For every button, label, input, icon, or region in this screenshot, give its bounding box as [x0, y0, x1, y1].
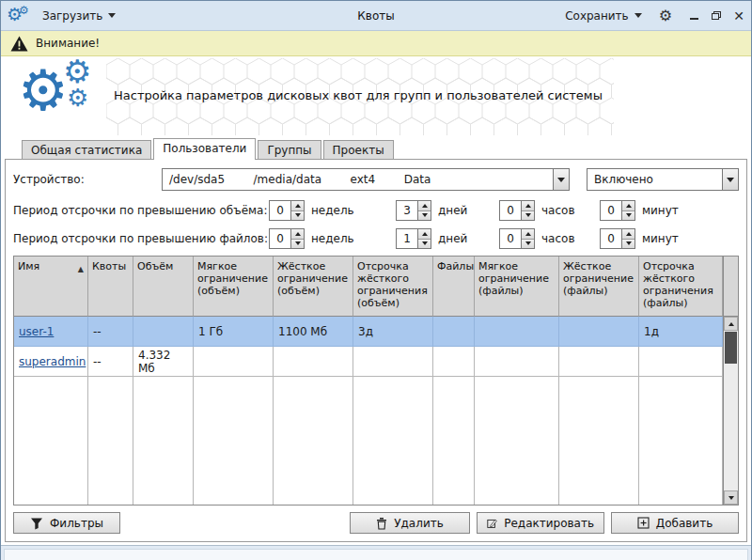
spinner-value[interactable]: 0 [601, 229, 621, 248]
spinner-down-button[interactable] [522, 240, 534, 249]
volume-weeks-spinner[interactable]: 0 [269, 200, 305, 221]
volume-days-spinner[interactable]: 3 [396, 200, 431, 221]
scrollbar-track[interactable] [724, 331, 738, 490]
spinner-down-button[interactable] [622, 211, 634, 221]
vertical-scrollbar[interactable] [723, 257, 738, 505]
column-header[interactable]: Объём [133, 257, 194, 317]
table-cell[interactable] [433, 347, 475, 377]
spinner-up-button[interactable] [622, 229, 634, 240]
column-header[interactable]: Отсрочка жёсткого ограничения (объём) [353, 257, 433, 317]
tab-projects[interactable]: Проекты [323, 140, 394, 159]
unit-label: минут [642, 232, 679, 245]
table-cell[interactable]: 1100 Мб [274, 317, 353, 347]
grace-volume-label: Период отсрочки по превышению объёма: [13, 204, 269, 217]
spinner-value[interactable]: 0 [270, 201, 290, 220]
settings-gear-button[interactable]: ⚙ [657, 8, 674, 23]
spinner-value[interactable]: 0 [270, 229, 290, 248]
column-header[interactable]: Имя▲ [14, 257, 88, 317]
quota-state-dropdown-button[interactable] [722, 169, 738, 190]
arrow-up-icon [422, 204, 428, 208]
device-combo-value[interactable]: /dev/sda5 /media/data ext4 Data [163, 169, 553, 190]
arrow-up-icon [525, 232, 531, 236]
scroll-down-button[interactable] [724, 490, 738, 505]
table-cell[interactable]: -- [88, 317, 133, 347]
scrollbar-thumb[interactable] [725, 332, 737, 364]
spinner-down-button[interactable] [522, 211, 534, 221]
filters-button[interactable]: Фильтры [13, 512, 120, 534]
files-minutes-spinner[interactable]: 0 [600, 228, 635, 249]
table-cell[interactable] [274, 347, 353, 377]
device-combo[interactable]: /dev/sda5 /media/data ext4 Data [162, 168, 570, 191]
table-cell[interactable] [433, 317, 475, 347]
table-cell[interactable]: 3д [353, 317, 433, 347]
volume-minutes-spinner[interactable]: 0 [600, 200, 635, 221]
table-cell[interactable] [353, 347, 433, 377]
row-name-link[interactable]: superadmin [19, 355, 86, 368]
spinner-down-button[interactable] [418, 240, 431, 249]
delete-button[interactable]: Удалить [350, 512, 470, 534]
table-cell[interactable] [475, 347, 559, 377]
spinner-down-button[interactable] [418, 211, 431, 221]
column-header[interactable]: Жёсткое ограничение (объём) [274, 257, 353, 317]
table-filler-cell [433, 377, 475, 505]
spinner-down-button[interactable] [291, 211, 304, 221]
column-header[interactable]: Мягкое ограничение (объём) [194, 257, 274, 317]
spinner-up-button[interactable] [418, 229, 431, 240]
save-menu-button[interactable]: Сохранить [559, 7, 648, 25]
minimize-button[interactable] [687, 9, 700, 23]
table-cell[interactable] [475, 317, 559, 347]
scroll-up-button[interactable] [724, 317, 738, 331]
spinner-value[interactable]: 1 [397, 229, 417, 248]
table-cell[interactable]: user-1 [14, 317, 88, 347]
table-cell[interactable] [639, 347, 723, 377]
spinner-up-button[interactable] [522, 229, 534, 240]
files-weeks-spinner[interactable]: 0 [269, 228, 305, 249]
table-cell[interactable] [559, 347, 639, 377]
spinner-value[interactable]: 0 [500, 229, 521, 248]
add-button[interactable]: Добавить [611, 512, 739, 534]
table-filler-cell [194, 377, 274, 505]
files-days-spinner[interactable]: 1 [396, 228, 431, 249]
table-cell[interactable]: superadmin [14, 347, 88, 377]
column-header[interactable]: Мягкое ограничение (файлы) [475, 257, 559, 317]
column-header[interactable]: Отсрочка жёсткого ограничения (файлы) [639, 257, 723, 317]
table-cell[interactable]: 1д [639, 317, 723, 347]
table-cell[interactable]: -- [88, 347, 133, 377]
column-header[interactable]: Файлы [433, 257, 475, 317]
volume-hours-spinner[interactable]: 0 [499, 200, 535, 221]
quota-state-value[interactable]: Включено [588, 169, 722, 190]
arrow-down-icon [525, 241, 531, 245]
device-combo-dropdown-button[interactable] [553, 169, 569, 190]
table-cell[interactable]: 1 Гб [194, 317, 274, 347]
table-cell[interactable]: 4.332 Мб [133, 347, 194, 377]
quota-state-combo[interactable]: Включено [587, 168, 739, 191]
table-cell[interactable] [133, 317, 194, 347]
table-cell[interactable] [559, 317, 639, 347]
column-header[interactable]: Жёсткое ограничение (файлы) [559, 257, 639, 317]
spinner-value[interactable]: 0 [601, 201, 621, 220]
warning-text: Внимание! [36, 37, 100, 50]
maximize-button[interactable] [710, 9, 723, 23]
spinner-down-button[interactable] [291, 240, 304, 249]
chevron-down-icon [727, 178, 734, 182]
edit-button[interactable]: Редактировать [477, 512, 604, 534]
spinner-down-button[interactable] [622, 240, 634, 249]
unit-label: часов [541, 204, 574, 217]
tab-users[interactable]: Пользователи [153, 138, 256, 160]
tab-general-stats[interactable]: Общая статистика [22, 140, 151, 159]
column-header[interactable]: Квоты [88, 257, 133, 317]
close-button[interactable]: ✕ [732, 9, 745, 23]
spinner-up-button[interactable] [418, 201, 431, 211]
row-name-link[interactable]: user-1 [19, 325, 54, 338]
files-hours-spinner[interactable]: 0 [499, 228, 535, 249]
spinner-up-button[interactable] [622, 201, 634, 211]
tab-groups[interactable]: Группы [258, 140, 321, 159]
spinner-up-button[interactable] [522, 201, 534, 211]
table-cell[interactable] [194, 347, 274, 377]
spinner-value[interactable]: 3 [397, 201, 417, 220]
spinner-up-button[interactable] [291, 201, 304, 211]
arrow-up-icon [525, 204, 531, 208]
spinner-value[interactable]: 0 [500, 201, 521, 220]
spinner-up-button[interactable] [291, 229, 304, 240]
load-menu-button[interactable]: Загрузить [37, 7, 121, 25]
